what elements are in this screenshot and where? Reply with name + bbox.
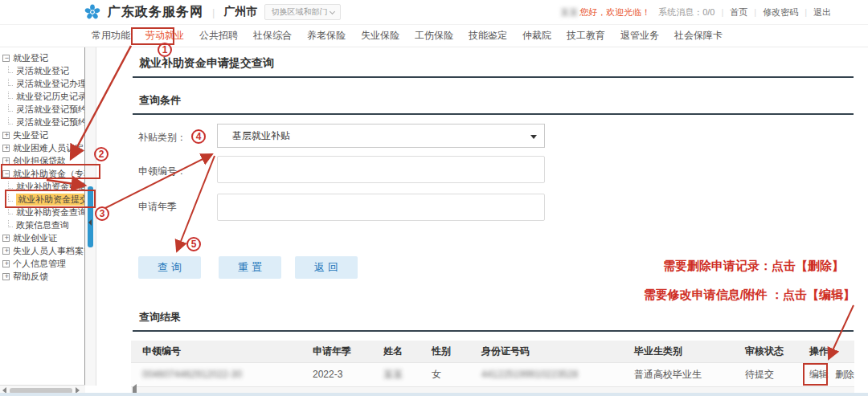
sidebar-item-flexible-register-result[interactable]: 灵活就业登记办理结果查询 [0,77,85,90]
sidebar-item-employment-register[interactable]: 就业登记 [0,51,85,64]
switch-region-label: 切换区域和部门 [271,6,327,18]
change-password-link[interactable]: 修改密码 [763,6,798,18]
back-button[interactable]: 返回 [295,256,358,279]
sidebar-item-subsidy-query[interactable]: 就业补助资金查询 [0,206,85,218]
expand-plus-icon[interactable] [2,157,10,165]
page-title: 就业补助资金申请提交查询 [133,56,854,78]
delete-action-link[interactable]: 删除 [835,369,854,380]
nav-tab-skill-appraisal[interactable]: 技能鉴定 [469,29,507,43]
expand-plus-icon[interactable] [2,273,10,280]
query-result-title: 查询结果 [133,310,854,332]
col-gender: 性别 [420,341,470,362]
apply-term-label: 申请年季 [138,200,177,214]
sidebar-item-subsidy-apply[interactable]: 就业补助资金申请 [0,180,85,193]
cell-id-no-blurred: 441225199910223528 [481,369,578,380]
step-4-badge: 4 [191,129,206,144]
sidebar-vertical-scrollbar[interactable] [84,47,96,386]
brand-divider: | [212,6,215,18]
nav-tab-recruitment[interactable]: 公共招聘 [199,29,238,43]
tree-connector-icon [8,117,13,125]
result-table: 申领编号 申请年季 姓名 性别 身份证号码 毕业生类别 审核状态 操作 0046… [131,341,854,386]
sidebar-item-subsidy-fund[interactable]: 就业补助资金（专项资金） [0,167,85,180]
page-bottom-band [0,393,868,396]
step-5-badge: 5 [186,237,201,251]
sidebar-item-startup-loan[interactable]: 创业担保贷款 [0,154,85,167]
nav-tab-social-security[interactable]: 社保综合 [253,29,292,43]
tree-connector-icon [8,79,13,86]
sidebar-item-difficulty-certification[interactable]: 就业困难人员认定 [0,141,85,154]
step-3-badge: 3 [95,206,109,221]
nav-tab-employment[interactable]: 劳动就业 [145,29,184,43]
separator: | [754,7,756,17]
expand-plus-icon[interactable] [2,260,10,267]
scrollbar-thumb[interactable] [88,186,93,247]
top-header: 广东政务服务网 | 广州市 切换区域和部门 某某您好，欢迎光临！ 系统消息：0/… [0,0,868,25]
tree-connector-icon [8,220,13,227]
col-status: 审核状态 [734,341,798,362]
reset-button[interactable]: 重置 [219,256,281,279]
subsidy-type-label: 补贴类别： [138,131,186,145]
sidebar-item-unemployment-register[interactable]: 失业登记 [0,129,85,141]
sidebar-item-help-feedback[interactable]: 帮助反馈 [0,270,85,283]
nav-tab-common[interactable]: 常用功能 [92,29,130,43]
apply-term-input[interactable] [217,194,545,221]
separator: | [721,7,723,17]
sidebar-item-flexible-register[interactable]: 灵活就业登记 [0,64,85,77]
sidebar-item-subsidy-submit[interactable]: 就业补助资金提交 [0,193,85,206]
nav-tab-arbitration[interactable]: 仲裁院 [522,29,551,43]
sidebar-item-flexible-appointment[interactable]: 灵活就业登记预约 [0,103,85,116]
sidebar-tree: 就业登记 灵活就业登记 灵活就业登记办理结果查询 就业登记历史记录 灵活就业登记… [0,51,85,283]
system-message[interactable]: 系统消息：0/0 [658,6,714,18]
cell-gender: 女 [420,362,470,386]
expand-plus-icon[interactable] [2,247,10,255]
brand-area: 广东政务服务网 | 广州市 切换区域和部门 [84,3,341,21]
query-button[interactable]: 查询 [138,256,201,279]
site-logo-flower-icon [84,3,101,21]
home-link[interactable]: 首页 [730,6,747,18]
welcome-text: 某某您好，欢迎光临！ [560,6,650,18]
collapse-minus-icon[interactable] [2,170,10,178]
col-name: 姓名 [372,341,420,362]
sidebar-item-employment-cert[interactable]: 就业创业证 [0,231,85,244]
expand-plus-icon[interactable] [2,235,10,242]
col-id-no: 身份证号码 [470,341,623,362]
cell-grad-type: 普通高校毕业生 [623,362,734,386]
col-grad-type: 毕业生类别 [623,341,734,362]
sidebar-item-register-history[interactable]: 就业登记历史记录 [0,90,85,103]
sidebar-item-personnel-archive[interactable]: 失业人员人事档案管理 [0,244,85,257]
sidebar: 就业登记 灵活就业登记 灵活就业登记办理结果查询 就业登记历史记录 灵活就业登记… [0,47,96,396]
main-nav: 常用功能 劳动就业 公共招聘 社保综合 养老保险 失业保险 工伤保险 技能鉴定 … [0,25,868,47]
sidebar-item-policy-info[interactable]: 政策信息查询 [0,218,85,231]
expand-plus-icon[interactable] [2,145,10,152]
sidebar-item-flexible-appointment-query[interactable]: 灵活就业登记预约查询 [0,116,85,129]
delete-tip-text: 需要删除申请记录：点击【删除】 [663,259,844,274]
nav-tab-injury-insurance[interactable]: 工伤保险 [415,29,453,43]
claim-no-label: 申领编号： [138,165,186,178]
system-message-count: 0/0 [702,7,714,17]
switch-region-button[interactable]: 切换区域和部门 [264,4,341,20]
panel-collapse-arrow-icon[interactable] [88,219,92,226]
cell-claim-no-blurred: 0046074462912022-30 [142,369,242,380]
nav-tab-technical-education[interactable]: 技工教育 [567,29,605,43]
nav-tab-social-card[interactable]: 社会保障卡 [674,29,723,43]
subsidy-type-select[interactable]: 基层就业补贴 [217,124,545,148]
nav-tab-unemployment-insurance[interactable]: 失业保险 [361,29,399,43]
tree-connector-icon [8,207,13,214]
expand-plus-icon[interactable] [2,132,10,139]
select-caret-icon [530,135,537,139]
col-claim-no: 申领编号 [131,341,301,362]
sidebar-item-personal-info[interactable]: 个人信息管理 [0,257,85,270]
user-area: 某某您好，欢迎光临！ 系统消息：0/0 | 首页 | 修改密码 | 退出 [560,6,831,18]
nav-tab-pension[interactable]: 养老保险 [307,29,346,43]
tree-connector-icon [8,182,13,189]
table-header-row: 申领编号 申请年季 姓名 性别 身份证号码 毕业生类别 审核状态 操作 [131,341,854,362]
claim-no-input[interactable] [217,156,545,183]
logout-link[interactable]: 退出 [813,6,831,18]
query-conditions-title: 查询条件 [133,93,854,115]
tree-connector-icon [8,92,13,99]
col-actions: 操作 [798,341,854,362]
collapse-minus-icon[interactable] [2,55,10,62]
col-term: 申请年季 [301,341,372,362]
edit-action-link[interactable]: 编辑 [809,369,829,380]
nav-tab-retirement[interactable]: 退管业务 [620,29,659,43]
